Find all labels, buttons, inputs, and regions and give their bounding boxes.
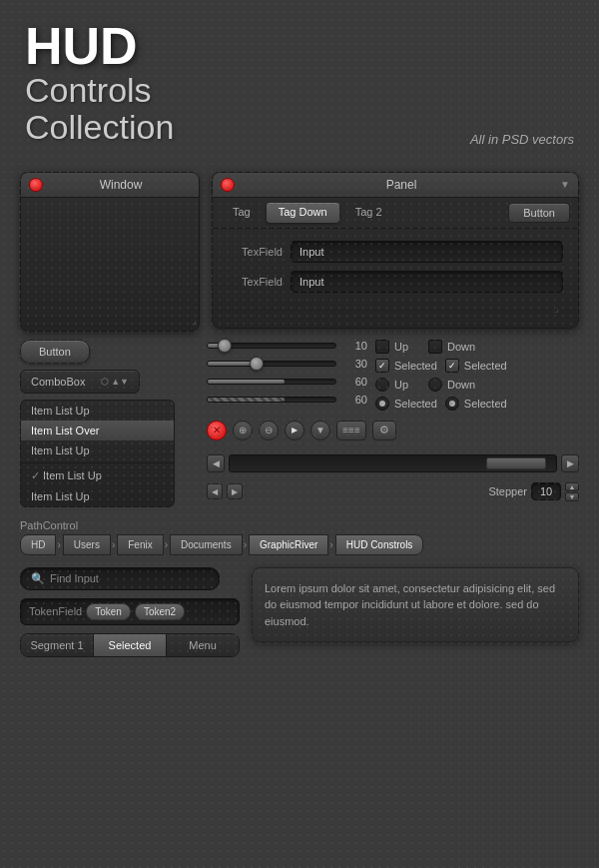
checkbox-down-col2: Down: [428, 340, 475, 354]
window-widget: Window ⌟: [20, 172, 200, 332]
panel-resize-handle[interactable]: ⌟: [228, 301, 563, 316]
check-label-selected-1: Selected: [394, 360, 437, 372]
slider-track-3[interactable]: [207, 379, 336, 385]
path-item-documents[interactable]: Documents: [170, 534, 243, 555]
path-item-fenix[interactable]: Fenix: [117, 534, 163, 555]
text-field-1[interactable]: [291, 241, 563, 263]
slider-row-4: 60: [207, 394, 367, 406]
slider-thumb-1[interactable]: [218, 339, 232, 353]
toolbar-add-button[interactable]: ⊕: [233, 421, 253, 440]
stepper-input[interactable]: [531, 482, 561, 500]
path-item-users[interactable]: Users: [63, 534, 111, 555]
slider-value-4: 60: [342, 394, 367, 406]
tab-tag[interactable]: Tag: [221, 203, 263, 223]
stepper-down-button[interactable]: ▼: [565, 492, 579, 501]
path-chevron-3: ›: [165, 539, 168, 550]
window-resize-handle[interactable]: ⌟: [192, 315, 197, 326]
window-close-button[interactable]: [29, 178, 43, 192]
toolbar-gear-button[interactable]: ⚙: [372, 421, 396, 440]
button-wrapper: Button: [20, 340, 195, 364]
find-tokens-segments: 🔍 Find Input TokenField Token Token2 Seg…: [20, 567, 240, 657]
checks-radios: Up Down Selected: [375, 340, 507, 411]
slider-track-1[interactable]: [207, 343, 336, 349]
slider-row-1: 10: [207, 340, 367, 352]
segment-item-1[interactable]: Segment 1: [21, 634, 94, 656]
find-tooltip-row: 🔍 Find Input TokenField Token Token2 Seg…: [20, 567, 579, 657]
stepper-label: Stepper: [488, 485, 527, 497]
slider-track-2[interactable]: [207, 361, 336, 367]
main-button[interactable]: Button: [20, 340, 90, 364]
stepper-right-arrow[interactable]: ▶: [227, 483, 243, 499]
checkbox-down[interactable]: [428, 340, 442, 354]
radio-down: Down: [428, 378, 475, 392]
radio-down-btn[interactable]: [428, 378, 442, 392]
stepper-up-button[interactable]: ▲: [565, 482, 579, 491]
toolbar-close-button[interactable]: ✕: [207, 421, 227, 440]
list-divider: [21, 462, 174, 463]
list-item-checked[interactable]: Item List Up: [21, 465, 174, 486]
checkbox-selected-check-1[interactable]: [375, 359, 389, 373]
panel-close-button[interactable]: [221, 178, 235, 192]
toolbar-zoom-button[interactable]: ⊖: [259, 421, 279, 440]
list-item-2[interactable]: Item List Up: [21, 440, 174, 460]
segment-item-2[interactable]: Selected: [94, 634, 167, 656]
list-item-4[interactable]: Item List Up: [21, 486, 174, 506]
path-chevron-2: ›: [112, 539, 115, 550]
tooltip-box: Lorem ipsum dolor sit amet, consectetur …: [252, 567, 579, 643]
slider-thumb-2[interactable]: [250, 357, 264, 371]
panel-button[interactable]: Button: [508, 203, 570, 223]
checkbox-selected-check-2[interactable]: [445, 359, 459, 373]
segment-item-3[interactable]: Menu: [167, 634, 239, 656]
path-item-hud[interactable]: HUD Constrols: [335, 534, 424, 555]
path-chevron-1: ›: [57, 539, 60, 550]
panel-title: Panel: [243, 178, 560, 192]
radio-up-btn-1[interactable]: [375, 378, 389, 392]
path-item-hd[interactable]: HD: [20, 534, 56, 555]
field-label-1: TexField: [228, 246, 283, 258]
scroll-right-arrow[interactable]: ▶: [561, 454, 579, 472]
tab-tag-down[interactable]: Tag Down: [267, 203, 339, 223]
toolbar-lines-button[interactable]: ≡≡≡: [336, 421, 366, 440]
scroll-track[interactable]: [229, 454, 557, 472]
find-icon: 🔍: [31, 572, 45, 585]
panel-dropdown-icon[interactable]: ▼: [560, 179, 570, 190]
combobox-arrow-icon: ⬡ ▲▼: [101, 377, 129, 387]
list-item[interactable]: Item List Up: [21, 401, 174, 421]
checkbox-selected-1: Selected: [375, 359, 437, 373]
stepper-left-arrow[interactable]: ◀: [207, 483, 223, 499]
slider-fill-3: [208, 380, 285, 384]
checkbox-row-1: Up Down: [375, 340, 507, 354]
tab-tag2[interactable]: Tag 2: [343, 203, 394, 223]
radio-row-1: Up Down: [375, 378, 507, 392]
checkbox-row-2: Selected Selected: [375, 359, 507, 373]
radio-label-up-1: Up: [394, 379, 408, 391]
token-2[interactable]: Token2: [135, 603, 185, 620]
path-row: HD › Users › Fenix › Documents › Graphic…: [20, 534, 579, 555]
combobox[interactable]: ComboBox ⬡ ▲▼: [20, 370, 140, 394]
toolbar-dropdown-button[interactable]: ▼: [310, 421, 330, 440]
widgets-row: Window ⌟ Panel ▼ Tag Tag Down Tag 2 Butt…: [20, 172, 579, 332]
text-field-2[interactable]: [291, 271, 563, 293]
panel-body: TexField TexField ⌟: [213, 229, 578, 328]
checkbox-up-1[interactable]: [375, 340, 389, 354]
slider-track-4[interactable]: [207, 397, 336, 403]
stepper-updown: ▲ ▼: [565, 482, 579, 501]
window-body: ⌟: [21, 198, 199, 328]
radio-selected-btn-1[interactable]: [375, 397, 389, 411]
path-control-label: PathControl: [20, 519, 579, 531]
left-controls: Button ComboBox ⬡ ▲▼ Item List Up Item L…: [20, 340, 195, 507]
list-item-hover[interactable]: Item List Over: [21, 421, 174, 440]
field-label-2: TexField: [228, 276, 283, 288]
scroll-left-arrow[interactable]: ◀: [207, 454, 225, 472]
combobox-label: ComboBox: [31, 376, 85, 388]
panel-widget: Panel ▼ Tag Tag Down Tag 2 Button TexFie…: [212, 172, 579, 329]
scrollbar: ◀ ▶: [207, 454, 579, 472]
toolbar-play-button[interactable]: ▶: [285, 421, 304, 440]
list-widget: Item List Up Item List Over Item List Up…: [20, 400, 175, 507]
slider-value-3: 60: [342, 376, 367, 388]
token-1[interactable]: Token: [86, 603, 131, 620]
path-item-graphicriver[interactable]: GraphicRiver: [249, 534, 328, 555]
check-label-down: Down: [447, 341, 475, 353]
radio-selected-btn-2[interactable]: [445, 397, 459, 411]
scroll-thumb[interactable]: [486, 457, 546, 469]
